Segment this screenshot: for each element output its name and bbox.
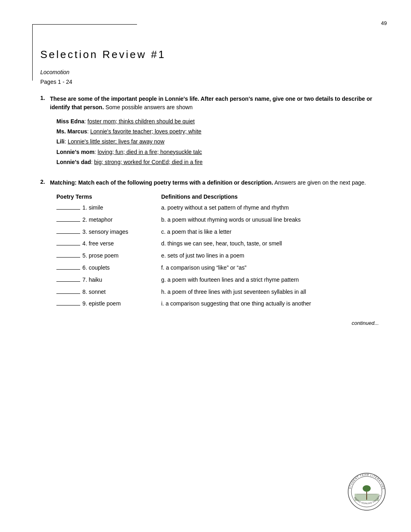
match-definition: i. a comparison suggesting that one thin…	[161, 299, 379, 309]
matching-header: Poetry Terms Definitions and Description…	[56, 193, 379, 200]
q1-answers: Miss Edna: foster mom; thinks children s…	[56, 116, 379, 167]
answer-name: Miss Edna	[56, 118, 84, 125]
q2-normal: Answers are given on the next page.	[273, 179, 366, 186]
question-1: 1. These are some of the important peopl…	[40, 95, 379, 167]
match-term: 4. free verse	[83, 239, 161, 249]
svg-point-4	[363, 485, 371, 492]
match-term: 7. haiku	[83, 275, 161, 285]
match-blank[interactable]	[56, 264, 80, 270]
match-blank[interactable]	[56, 228, 80, 234]
matching-row: 6. couplets f. a comparison using “like”…	[56, 263, 379, 273]
match-term-cell: 3. sensory images	[56, 227, 161, 237]
answer-detail: foster mom; thinks children should be qu…	[87, 118, 195, 125]
match-term-cell: 7. haiku	[56, 275, 161, 285]
page-title: Selection Review #1	[40, 48, 379, 61]
q1-text: These are some of the important people i…	[50, 95, 379, 112]
match-definition: d. things we can see, hear, touch, taste…	[161, 239, 379, 249]
subtitle: Locomotion	[40, 69, 379, 75]
match-term: 8. sonnet	[83, 287, 161, 297]
matching-row: 7. haiku g. a poem with fourteen lines a…	[56, 275, 379, 285]
matching-row: 4. free verse d. things we can see, hear…	[56, 239, 379, 249]
match-term-cell: 8. sonnet	[56, 287, 161, 297]
match-blank[interactable]	[56, 288, 80, 294]
match-term: 1. simile	[83, 203, 161, 213]
match-definition: c. a poem that is like a letter	[161, 227, 379, 237]
match-definition: a. poetry without a set pattern of rhyme…	[161, 203, 379, 213]
match-term-cell: 9. epistle poem	[56, 299, 161, 309]
match-blank[interactable]	[56, 276, 80, 282]
continued-label: continued...	[40, 320, 379, 326]
matching-row: 2. metaphor b. a poem without rhyming wo…	[56, 215, 379, 225]
match-term: 5. prose poem	[83, 251, 161, 261]
answer-separator: :	[94, 149, 98, 155]
q1-normal: Some possible answers are shown	[104, 104, 193, 110]
answer-name: Lonnie's mom	[56, 149, 94, 155]
match-blank[interactable]	[56, 300, 80, 305]
col-definitions-header: Definitions and Descriptions	[161, 193, 379, 200]
match-definition: g. a poem with fourteen lines and a stri…	[161, 275, 379, 285]
answer-item: Lonnie's mom: loving; fun; died in a fir…	[56, 147, 379, 157]
question-2: 2. Matching: Match each of the following…	[40, 179, 379, 309]
answer-detail: Lonnie's little sister; lives far away n…	[68, 138, 164, 145]
q2-number: 2.	[40, 179, 48, 185]
match-blank[interactable]	[56, 216, 80, 222]
answer-item: Lonnie's dad: big; strong; worked for Co…	[56, 157, 379, 167]
answer-separator: :	[84, 118, 87, 125]
match-term-cell: 6. couplets	[56, 263, 161, 273]
answer-item: Ms. Marcus: Lonnie's favorite teacher; l…	[56, 127, 379, 137]
match-term-cell: 2. metaphor	[56, 215, 161, 225]
matching-row: 1. simile a. poetry without a set patter…	[56, 203, 379, 213]
logo-area: STUDENT TEAM LITERATURE PROGRAM JOHNS HO…	[347, 472, 387, 512]
match-term: 6. couplets	[83, 263, 161, 273]
answer-name: Ms. Marcus	[56, 128, 87, 135]
match-term: 2. metaphor	[83, 215, 161, 225]
match-definition: f. a comparison using “like” or “as”	[161, 263, 379, 273]
col-terms-header: Poetry Terms	[56, 193, 161, 200]
left-border-line	[32, 24, 33, 81]
match-definition: e. sets of just two lines in a poem	[161, 251, 379, 261]
answer-detail: Lonnie's favorite teacher; loves poetry;…	[90, 128, 201, 135]
answer-detail: big; strong; worked for ConEd; died in a…	[94, 159, 203, 165]
matching-row: 3. sensory images c. a poem that is like…	[56, 227, 379, 237]
top-horizontal-line	[32, 24, 137, 25]
answer-separator: :	[91, 159, 94, 165]
matching-row: 5. prose poem e. sets of just two lines …	[56, 251, 379, 261]
matching-rows: 1. simile a. poetry without a set patter…	[56, 203, 379, 309]
match-term-cell: 5. prose poem	[56, 251, 161, 261]
answer-detail: loving; fun; died in a fire; honeysuckle…	[98, 149, 202, 155]
answer-item: Miss Edna: foster mom; thinks children s…	[56, 116, 379, 127]
match-definition: b. a poem without rhyming words or unusu…	[161, 215, 379, 225]
match-blank[interactable]	[56, 252, 80, 258]
page-container: 49 Selection Review #1 Locomotion Pages …	[0, 0, 411, 532]
logo-svg: STUDENT TEAM LITERATURE PROGRAM JOHNS HO…	[347, 472, 387, 512]
matching-row: 8. sonnet h. a poem of three lines with …	[56, 287, 379, 297]
q2-bold: Matching: Match each of the following po…	[50, 179, 273, 186]
q1-bold: These are some of the important people i…	[50, 96, 372, 110]
match-term-cell: 1. simile	[56, 203, 161, 213]
answer-separator: :	[87, 128, 90, 135]
matching-row: 9. epistle poem i. a comparison suggesti…	[56, 299, 379, 309]
answer-name: Lili	[56, 138, 64, 145]
match-definition: h. a poem of three lines with just seven…	[161, 287, 379, 297]
answer-separator: :	[64, 138, 68, 145]
match-term: 3. sensory images	[83, 227, 161, 237]
pages-range: Pages 1 - 24	[40, 79, 379, 85]
match-term: 9. epistle poem	[83, 299, 161, 309]
q2-text: Matching: Match each of the following po…	[50, 179, 366, 187]
page-number: 49	[381, 20, 387, 26]
match-term-cell: 4. free verse	[56, 239, 161, 249]
answer-item: Lili: Lonnie's little sister; lives far …	[56, 137, 379, 147]
q1-number: 1.	[40, 95, 48, 101]
answer-name: Lonnie's dad	[56, 159, 91, 165]
matching-section: Poetry Terms Definitions and Description…	[56, 193, 379, 309]
match-blank[interactable]	[56, 240, 80, 245]
match-blank[interactable]	[56, 204, 80, 210]
